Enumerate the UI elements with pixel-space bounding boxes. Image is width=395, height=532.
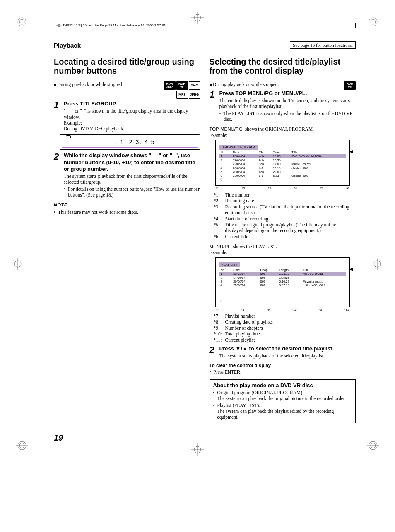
right-step1-body1: The control display is shown on the TV s… <box>219 98 356 110</box>
clear-title: To clear the control display <box>210 362 356 368</box>
note-item: This feature may not work for some discs… <box>58 209 200 215</box>
step-number: 2 <box>210 345 217 359</box>
left-step2-body1: The system starts playback from the firs… <box>64 173 200 185</box>
scroll-down-icon: ▽ <box>220 299 347 303</box>
badge-dvd-vr: DVDVR <box>176 81 188 90</box>
arrow-icons: ▼/▲ <box>236 345 248 352</box>
about-title: About the play mode on a DVD VR disc <box>213 382 352 389</box>
original-program-screen: ORIGINAL PROGRAM NoDateChTimeTitle125/04… <box>215 140 350 186</box>
about-op: Original program (ORIGINAL PROGRAM): The… <box>217 390 352 402</box>
right-context: During playback or while stopped. <box>210 81 356 88</box>
playlist-table: NoDateChapLengthTitle125/05/040011:03:16… <box>219 268 347 288</box>
playlist-title: PLAY LIST <box>219 262 240 267</box>
file-header-text: THS33-11[B]-05basic.fm Page 19 Monday, F… <box>63 24 167 27</box>
badge-dvd-vr: DVDVR <box>344 81 356 90</box>
badge-jpeg: JPEG <box>189 91 200 99</box>
footnotes-1: *1:Title number*2:Recording date*3:Recor… <box>214 192 352 240</box>
original-program-table: NoDateChTimeTitle125/04/044ch19:00JVC DV… <box>219 151 347 178</box>
top-menu-desc: : shows the ORIGINAL PROGRAM. <box>243 127 314 132</box>
crop-mark-tc <box>191 12 204 24</box>
step2-post: to select the desired title/playlist. <box>248 345 334 352</box>
badge-mp3: MP3 <box>176 91 188 99</box>
about-box: About the play mode on a DVD VR disc Ori… <box>210 379 356 423</box>
clear-pre: Press <box>214 369 225 374</box>
format-badges-right: DVDVR <box>344 81 356 90</box>
step-number: 1 <box>54 101 61 132</box>
note-label: NOTE <box>54 202 200 209</box>
about-pl-label: Playlist (PLAY LIST): <box>217 403 260 408</box>
file-header: THS33-11[B]-05basic.fm Page 19 Monday, F… <box>54 23 356 28</box>
step-number: 1 <box>210 90 217 122</box>
badge-divx: DivX <box>189 81 200 90</box>
about-op-body: The system can play back the original pi… <box>217 396 346 401</box>
example-label: Example: <box>210 132 356 138</box>
left-step1-body2: Example: <box>64 120 200 126</box>
footnotes-2: *7:Playlist number*8:Creating date of pl… <box>214 313 352 343</box>
display-window: _ _. 1: 2 3: 4 5 <box>60 134 200 150</box>
menu-pl-label: MENU/PL <box>210 244 231 249</box>
example-label-2: Example: <box>210 249 356 255</box>
playlist-marks: *7*8*9*10*5*11 <box>216 308 349 312</box>
right-step2-title: Press ▼/▲ to select the desired title/pl… <box>219 345 356 352</box>
right-step2-body: The system starts playback of the select… <box>219 353 356 359</box>
crop-mark-bl <box>16 439 28 452</box>
clear-post: . <box>240 369 241 374</box>
right-step1-title: Press TOP MENU/PG or MENU/PL. <box>219 90 356 97</box>
crop-mark-ml <box>12 258 24 270</box>
enter-button-label: ENTER <box>225 369 240 374</box>
about-pl: Playlist (PLAY LIST): The system can pla… <box>217 403 352 420</box>
clear-item: Press ENTER. <box>214 369 356 375</box>
page-number: 19 <box>54 433 356 443</box>
top-menu-label: TOP MENU/PG <box>210 127 243 132</box>
crop-mark-br <box>367 439 379 452</box>
original-program-marks: *1*2*3*4*5*6 <box>216 187 349 190</box>
left-step2-bullet: For details on using the number buttons,… <box>68 186 200 198</box>
about-op-label: Original program (ORIGINAL PROGRAM): <box>217 390 304 395</box>
section-label: Playback <box>54 42 81 49</box>
step-number: 2 <box>54 152 61 198</box>
crop-mark-mr <box>371 258 383 270</box>
left-step1-title: Press TITLE/GROUP. <box>64 101 200 107</box>
format-badges-left: DVDVIDEO DVDVR DivX MP3 JPEG <box>161 81 200 99</box>
left-step2-title: While the display window shows "_ _" or … <box>64 152 200 173</box>
see-page-note: See page 16 for button locations. <box>290 41 356 49</box>
right-heading: Selecting the desired title/playlist fro… <box>210 57 356 77</box>
left-step1-body3: During DVD VIDEO playback <box>64 126 200 132</box>
left-step1-body1: "_ _" or "_" is shown in the title/group… <box>64 108 200 120</box>
menu-pl-desc: : shows the PLAY LIST. <box>231 244 277 249</box>
crop-mark-tl <box>16 16 28 28</box>
playlist-screen: PLAY LIST NoDateChapLengthTitle125/05/04… <box>215 257 350 307</box>
crop-mark-tr <box>367 16 379 28</box>
scroll-down-icon: ▽ <box>220 178 347 182</box>
left-heading: Locating a desired title/group using num… <box>54 57 200 77</box>
original-program-title: ORIGINAL PROGRAM <box>219 145 258 150</box>
about-pl-body: The system can play back the playlist ed… <box>217 409 334 419</box>
right-step1-bullet: The PLAY LIST is shown only when the pla… <box>224 110 356 122</box>
crop-mark-bc <box>191 443 204 456</box>
display-window-text: _ _. 1: 2 3: 4 5 <box>62 137 198 148</box>
step2-pre: Press <box>219 345 236 352</box>
badge-dvd-video: DVDVIDEO <box>164 81 176 90</box>
